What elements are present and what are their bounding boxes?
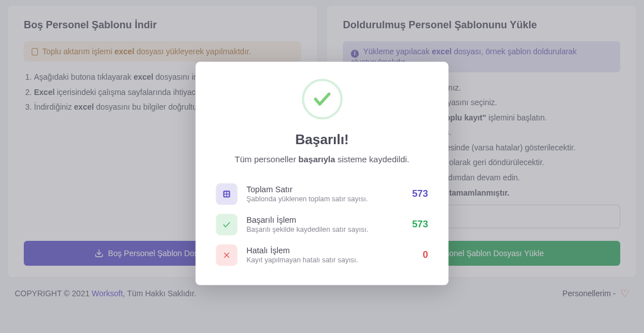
stat-desc: Şablonda yüklenen toplam satır sayısı. bbox=[247, 195, 403, 203]
svg-rect-2 bbox=[224, 191, 230, 197]
stat-desc: Kayıt yapılmayan hatalı satır sayısı. bbox=[247, 256, 414, 264]
check-icon bbox=[216, 214, 238, 235]
stat-title: Hatalı İşlem bbox=[247, 246, 414, 255]
modal-subtitle: Tüm personeller başarıyla sisteme kayded… bbox=[213, 154, 432, 164]
svg-rect-4 bbox=[227, 192, 229, 193]
grid-icon bbox=[216, 183, 238, 205]
success-check-icon bbox=[302, 79, 342, 119]
stat-value: 0 bbox=[423, 249, 428, 261]
modal-title: Başarılı! bbox=[213, 132, 432, 148]
x-icon bbox=[216, 244, 238, 266]
svg-rect-3 bbox=[225, 192, 226, 193]
stat-title: Başarılı İşlem bbox=[247, 215, 403, 224]
stat-value: 573 bbox=[412, 219, 428, 230]
stat-title: Toplam Satır bbox=[247, 185, 403, 194]
stat-total-rows: Toplam Satır Şablonda yüklenen toplam sa… bbox=[213, 179, 432, 209]
stat-success-rows: Başarılı İşlem Başarılı şekilde kaydedil… bbox=[213, 209, 432, 240]
success-modal: Başarılı! Tüm personeller başarıyla sist… bbox=[196, 62, 449, 285]
stat-error-rows: Hatalı İşlem Kayıt yapılmayan hatalı sat… bbox=[213, 240, 432, 270]
svg-rect-6 bbox=[227, 194, 229, 196]
stat-desc: Başarılı şekilde kaydedilen satır sayısı… bbox=[247, 226, 403, 233]
stat-value: 573 bbox=[412, 188, 428, 200]
svg-rect-5 bbox=[225, 194, 226, 196]
